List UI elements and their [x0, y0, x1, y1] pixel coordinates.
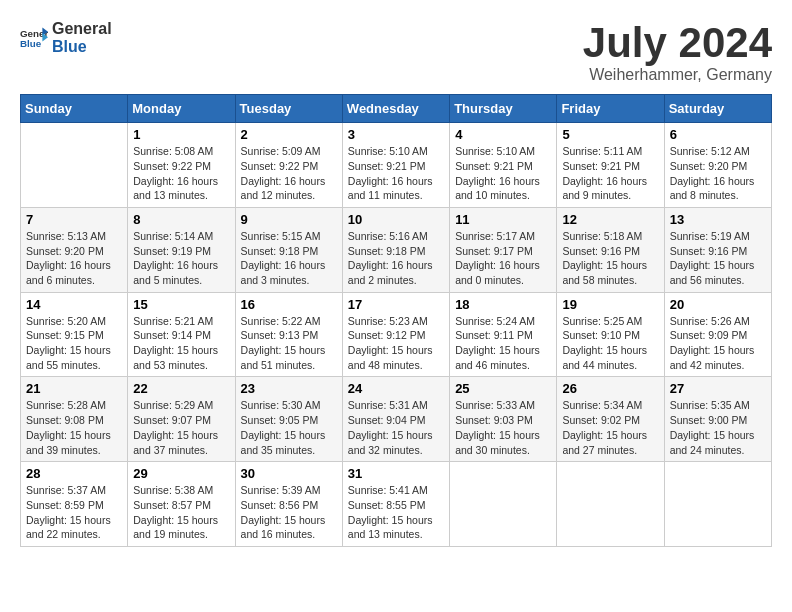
day-number: 12: [562, 212, 658, 227]
calendar-title: July 2024: [583, 20, 772, 66]
calendar-cell: 15Sunrise: 5:21 AM Sunset: 9:14 PM Dayli…: [128, 292, 235, 377]
day-number: 21: [26, 381, 122, 396]
title-block: July 2024 Weiherhammer, Germany: [583, 20, 772, 84]
column-header-tuesday: Tuesday: [235, 95, 342, 123]
day-number: 11: [455, 212, 551, 227]
day-number: 28: [26, 466, 122, 481]
day-info: Sunrise: 5:34 AM Sunset: 9:02 PM Dayligh…: [562, 398, 658, 457]
calendar-cell: 7Sunrise: 5:13 AM Sunset: 9:20 PM Daylig…: [21, 207, 128, 292]
column-header-saturday: Saturday: [664, 95, 771, 123]
calendar-cell: 17Sunrise: 5:23 AM Sunset: 9:12 PM Dayli…: [342, 292, 449, 377]
day-number: 27: [670, 381, 766, 396]
column-header-friday: Friday: [557, 95, 664, 123]
calendar-header-row: SundayMondayTuesdayWednesdayThursdayFrid…: [21, 95, 772, 123]
day-number: 7: [26, 212, 122, 227]
calendar-cell: 8Sunrise: 5:14 AM Sunset: 9:19 PM Daylig…: [128, 207, 235, 292]
day-info: Sunrise: 5:08 AM Sunset: 9:22 PM Dayligh…: [133, 144, 229, 203]
day-info: Sunrise: 5:29 AM Sunset: 9:07 PM Dayligh…: [133, 398, 229, 457]
calendar-cell: 31Sunrise: 5:41 AM Sunset: 8:55 PM Dayli…: [342, 462, 449, 547]
calendar-cell: [664, 462, 771, 547]
day-number: 24: [348, 381, 444, 396]
column-header-wednesday: Wednesday: [342, 95, 449, 123]
calendar-cell: 1Sunrise: 5:08 AM Sunset: 9:22 PM Daylig…: [128, 123, 235, 208]
day-number: 19: [562, 297, 658, 312]
calendar-cell: [450, 462, 557, 547]
day-number: 31: [348, 466, 444, 481]
calendar-week-4: 21Sunrise: 5:28 AM Sunset: 9:08 PM Dayli…: [21, 377, 772, 462]
calendar-cell: 24Sunrise: 5:31 AM Sunset: 9:04 PM Dayli…: [342, 377, 449, 462]
calendar-cell: 29Sunrise: 5:38 AM Sunset: 8:57 PM Dayli…: [128, 462, 235, 547]
day-info: Sunrise: 5:19 AM Sunset: 9:16 PM Dayligh…: [670, 229, 766, 288]
day-info: Sunrise: 5:37 AM Sunset: 8:59 PM Dayligh…: [26, 483, 122, 542]
day-number: 4: [455, 127, 551, 142]
calendar-cell: 14Sunrise: 5:20 AM Sunset: 9:15 PM Dayli…: [21, 292, 128, 377]
calendar-cell: 6Sunrise: 5:12 AM Sunset: 9:20 PM Daylig…: [664, 123, 771, 208]
day-number: 15: [133, 297, 229, 312]
calendar-cell: 3Sunrise: 5:10 AM Sunset: 9:21 PM Daylig…: [342, 123, 449, 208]
day-number: 10: [348, 212, 444, 227]
calendar-cell: 16Sunrise: 5:22 AM Sunset: 9:13 PM Dayli…: [235, 292, 342, 377]
day-info: Sunrise: 5:15 AM Sunset: 9:18 PM Dayligh…: [241, 229, 337, 288]
day-info: Sunrise: 5:41 AM Sunset: 8:55 PM Dayligh…: [348, 483, 444, 542]
day-number: 25: [455, 381, 551, 396]
day-number: 3: [348, 127, 444, 142]
calendar-cell: 4Sunrise: 5:10 AM Sunset: 9:21 PM Daylig…: [450, 123, 557, 208]
day-info: Sunrise: 5:31 AM Sunset: 9:04 PM Dayligh…: [348, 398, 444, 457]
calendar-cell: 11Sunrise: 5:17 AM Sunset: 9:17 PM Dayli…: [450, 207, 557, 292]
day-info: Sunrise: 5:28 AM Sunset: 9:08 PM Dayligh…: [26, 398, 122, 457]
svg-text:Blue: Blue: [20, 38, 42, 49]
calendar-cell: 2Sunrise: 5:09 AM Sunset: 9:22 PM Daylig…: [235, 123, 342, 208]
logo-general-text: General: [52, 20, 112, 38]
day-number: 8: [133, 212, 229, 227]
calendar-cell: [557, 462, 664, 547]
day-number: 6: [670, 127, 766, 142]
day-info: Sunrise: 5:39 AM Sunset: 8:56 PM Dayligh…: [241, 483, 337, 542]
day-info: Sunrise: 5:23 AM Sunset: 9:12 PM Dayligh…: [348, 314, 444, 373]
calendar-subtitle: Weiherhammer, Germany: [583, 66, 772, 84]
day-info: Sunrise: 5:13 AM Sunset: 9:20 PM Dayligh…: [26, 229, 122, 288]
calendar-week-3: 14Sunrise: 5:20 AM Sunset: 9:15 PM Dayli…: [21, 292, 772, 377]
column-header-thursday: Thursday: [450, 95, 557, 123]
day-number: 20: [670, 297, 766, 312]
day-number: 1: [133, 127, 229, 142]
day-number: 17: [348, 297, 444, 312]
logo-icon: General Blue: [20, 26, 48, 50]
day-info: Sunrise: 5:22 AM Sunset: 9:13 PM Dayligh…: [241, 314, 337, 373]
calendar-cell: 23Sunrise: 5:30 AM Sunset: 9:05 PM Dayli…: [235, 377, 342, 462]
day-number: 30: [241, 466, 337, 481]
day-info: Sunrise: 5:09 AM Sunset: 9:22 PM Dayligh…: [241, 144, 337, 203]
day-info: Sunrise: 5:38 AM Sunset: 8:57 PM Dayligh…: [133, 483, 229, 542]
day-info: Sunrise: 5:35 AM Sunset: 9:00 PM Dayligh…: [670, 398, 766, 457]
calendar-cell: 19Sunrise: 5:25 AM Sunset: 9:10 PM Dayli…: [557, 292, 664, 377]
day-number: 9: [241, 212, 337, 227]
day-info: Sunrise: 5:18 AM Sunset: 9:16 PM Dayligh…: [562, 229, 658, 288]
calendar-cell: 18Sunrise: 5:24 AM Sunset: 9:11 PM Dayli…: [450, 292, 557, 377]
page-header: General Blue General Blue July 2024 Weih…: [20, 20, 772, 84]
column-header-sunday: Sunday: [21, 95, 128, 123]
calendar-cell: 28Sunrise: 5:37 AM Sunset: 8:59 PM Dayli…: [21, 462, 128, 547]
day-number: 5: [562, 127, 658, 142]
calendar-cell: 25Sunrise: 5:33 AM Sunset: 9:03 PM Dayli…: [450, 377, 557, 462]
day-number: 14: [26, 297, 122, 312]
day-info: Sunrise: 5:12 AM Sunset: 9:20 PM Dayligh…: [670, 144, 766, 203]
logo: General Blue General Blue: [20, 20, 112, 55]
day-number: 23: [241, 381, 337, 396]
day-number: 18: [455, 297, 551, 312]
day-number: 13: [670, 212, 766, 227]
day-number: 26: [562, 381, 658, 396]
day-info: Sunrise: 5:17 AM Sunset: 9:17 PM Dayligh…: [455, 229, 551, 288]
calendar-cell: 30Sunrise: 5:39 AM Sunset: 8:56 PM Dayli…: [235, 462, 342, 547]
day-info: Sunrise: 5:33 AM Sunset: 9:03 PM Dayligh…: [455, 398, 551, 457]
calendar-week-1: 1Sunrise: 5:08 AM Sunset: 9:22 PM Daylig…: [21, 123, 772, 208]
calendar-cell: 26Sunrise: 5:34 AM Sunset: 9:02 PM Dayli…: [557, 377, 664, 462]
day-number: 29: [133, 466, 229, 481]
calendar-cell: 10Sunrise: 5:16 AM Sunset: 9:18 PM Dayli…: [342, 207, 449, 292]
calendar-week-5: 28Sunrise: 5:37 AM Sunset: 8:59 PM Dayli…: [21, 462, 772, 547]
day-number: 16: [241, 297, 337, 312]
calendar-cell: 22Sunrise: 5:29 AM Sunset: 9:07 PM Dayli…: [128, 377, 235, 462]
day-info: Sunrise: 5:21 AM Sunset: 9:14 PM Dayligh…: [133, 314, 229, 373]
calendar-cell: 13Sunrise: 5:19 AM Sunset: 9:16 PM Dayli…: [664, 207, 771, 292]
calendar-cell: 20Sunrise: 5:26 AM Sunset: 9:09 PM Dayli…: [664, 292, 771, 377]
day-info: Sunrise: 5:25 AM Sunset: 9:10 PM Dayligh…: [562, 314, 658, 373]
calendar-cell: 9Sunrise: 5:15 AM Sunset: 9:18 PM Daylig…: [235, 207, 342, 292]
